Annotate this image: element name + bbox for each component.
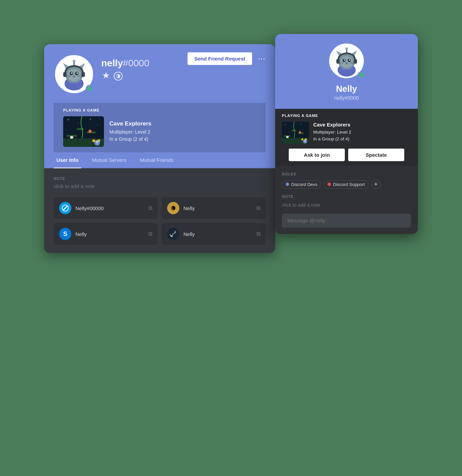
- svg-point-7: [67, 69, 81, 81]
- mini-profile-body: ROLES Discord Devs Discord Support + NOT…: [275, 166, 418, 234]
- svg-point-12: [73, 75, 75, 77]
- roles-row: Discord Devs Discord Support +: [282, 180, 411, 189]
- mini-note-section: NOTE: [282, 194, 411, 208]
- external-link-icon-skype: ⧉: [148, 231, 152, 237]
- game-title: Cave Explorers: [109, 120, 152, 127]
- mini-note-label: NOTE: [282, 194, 411, 199]
- ask-to-join-button[interactable]: Ask to join: [289, 149, 345, 161]
- role-name-discord-support: Discord Support: [333, 182, 365, 187]
- mini-game-info: Cave Explorers Multiplayer: Level 2 In a…: [313, 122, 351, 142]
- tab-mutual-friends[interactable]: Mutual Friends: [137, 152, 176, 168]
- svg-point-73: [304, 140, 306, 142]
- svg-rect-64: [291, 130, 296, 131]
- profile-header: nelly#0000: [44, 44, 275, 152]
- svg-point-65: [285, 124, 286, 125]
- account-steam[interactable]: Nelly ⧉: [162, 223, 266, 245]
- role-dot-discord-support: [327, 183, 331, 186]
- svg-point-66: [292, 126, 292, 127]
- more-options-button[interactable]: ⋯: [256, 53, 267, 64]
- username-text: nelly: [101, 58, 123, 68]
- badge-checkmark: [101, 71, 111, 81]
- svg-rect-56: [336, 59, 340, 63]
- game-row: Cave Explorers Multiplayer: Level 2 In a…: [63, 116, 256, 147]
- mini-playing-label: PLAYING A GAME: [282, 114, 411, 118]
- roles-section: ROLES Discord Devs Discord Support +: [282, 172, 411, 189]
- account-league[interactable]: L Nelly ⧉: [162, 197, 266, 219]
- external-link-icon-steam: ⧉: [256, 231, 260, 237]
- role-badge-discord-devs[interactable]: Discord Devs: [282, 180, 321, 189]
- scene: nelly#0000: [44, 34, 418, 442]
- svg-rect-18: [82, 72, 85, 77]
- message-input-wrap[interactable]: [282, 214, 411, 228]
- mini-username: nelly: [334, 95, 345, 101]
- external-link-icon-league: ⧉: [256, 205, 260, 211]
- svg-rect-57: [354, 59, 357, 63]
- discriminator-text: #0000: [123, 58, 149, 68]
- league-icon: L: [167, 202, 179, 214]
- note-label: NOTE: [54, 176, 266, 181]
- svg-point-31: [97, 124, 97, 125]
- game-thumbnail: [63, 116, 104, 147]
- add-role-button[interactable]: +: [371, 180, 381, 189]
- svg-text:L: L: [172, 206, 174, 210]
- role-name-discord-devs: Discord Devs: [291, 182, 317, 187]
- connected-accounts: Nelly#00000 ⧉ L Nelly ⧉: [54, 197, 266, 245]
- mini-game-title: Cave Explorers: [313, 122, 351, 128]
- mini-game-detail-1: Multiplayer: Level 2: [313, 129, 351, 136]
- tab-user-info[interactable]: User Info: [54, 152, 81, 168]
- mini-profile-header: Nelly nelly#0000: [275, 34, 418, 109]
- game-detail-1: Multiplayer: Level 2: [109, 129, 152, 136]
- playing-label: PLAYING A GAME: [63, 108, 256, 112]
- steam-username: Nelly: [183, 231, 252, 237]
- svg-point-30: [90, 119, 91, 120]
- mini-display-name: Nelly: [336, 84, 357, 94]
- svg-point-29: [78, 123, 79, 123]
- header-actions: Send Friend Request ⋯: [188, 52, 267, 65]
- svg-point-37: [96, 140, 99, 143]
- mini-note-input[interactable]: [282, 202, 411, 208]
- skype-icon: S: [59, 228, 71, 240]
- account-battlenet[interactable]: Nelly#00000 ⧉: [54, 197, 158, 219]
- note-placeholder[interactable]: click to add a note: [54, 183, 266, 189]
- external-link-icon-battlenet: ⧉: [148, 205, 152, 211]
- profile-tabs: User Info Mutual Servers Mutual Friends: [44, 152, 275, 168]
- avatar-image: [57, 57, 91, 91]
- badge-nitro: [113, 71, 123, 81]
- svg-point-10: [71, 72, 72, 74]
- profile-body: NOTE click to add a note Nelly#00000 ⧉: [44, 168, 275, 253]
- svg-point-20: [73, 60, 75, 63]
- send-friend-request-button[interactable]: Send Friend Request: [188, 52, 252, 65]
- svg-rect-69: [299, 131, 301, 133]
- svg-rect-33: [89, 130, 91, 133]
- battlenet-icon: [59, 202, 71, 214]
- svg-point-46: [340, 56, 353, 68]
- tab-mutual-servers[interactable]: Mutual Servers: [89, 152, 129, 168]
- username-display: nelly#0000: [101, 58, 149, 69]
- spectate-button[interactable]: Spectate: [348, 149, 404, 161]
- join-spectate-row: Ask to join Spectate: [282, 144, 411, 161]
- svg-rect-17: [63, 72, 67, 77]
- svg-point-49: [343, 59, 345, 61]
- game-info: Cave Explorers Multiplayer: Level 2 In a…: [109, 120, 152, 143]
- status-indicator: [86, 85, 93, 92]
- mini-status-indicator: [358, 71, 365, 78]
- roles-label: ROLES: [282, 172, 411, 176]
- user-info-header: nelly#0000: [101, 54, 149, 81]
- role-dot-discord-devs: [286, 183, 289, 186]
- svg-point-68: [286, 136, 289, 138]
- svg-point-59: [345, 47, 348, 50]
- badges: [101, 71, 149, 81]
- user-profile-card: nelly#0000: [44, 44, 275, 253]
- mini-game-row: Cave Explorers Multiplayer: Level 2 In a…: [282, 122, 411, 144]
- account-skype[interactable]: S Nelly ⧉: [54, 223, 158, 245]
- role-badge-discord-support[interactable]: Discord Support: [324, 180, 368, 189]
- svg-point-28: [68, 119, 69, 120]
- mini-discriminator-tag: #0000: [345, 95, 359, 101]
- message-input[interactable]: [287, 218, 406, 223]
- skype-username: Nelly: [75, 231, 144, 237]
- svg-point-70: [301, 138, 303, 140]
- battlenet-username: Nelly#00000: [75, 205, 144, 211]
- mini-discriminator: nelly#0000: [334, 95, 359, 101]
- league-username: Nelly: [183, 205, 252, 211]
- playing-section: PLAYING A GAME: [54, 103, 266, 152]
